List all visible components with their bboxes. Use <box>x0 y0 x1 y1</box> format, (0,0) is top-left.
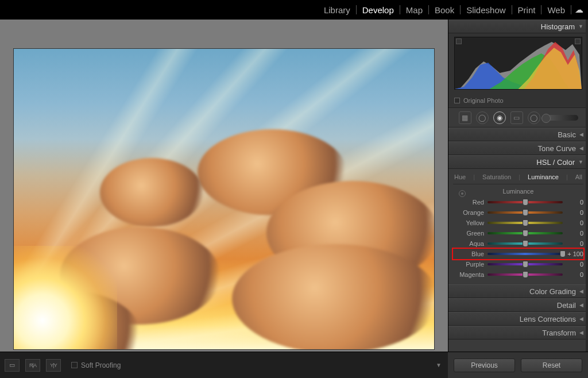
module-picker: Library Develop Map Book Slideshow Print… <box>0 0 588 20</box>
previous-button[interactable]: Previous <box>454 358 515 372</box>
panel-header-tonecurve[interactable]: Tone Curve ◀ <box>448 141 588 155</box>
toolbar-menu-button[interactable]: ▼ <box>434 361 443 370</box>
chevron-left-icon: ◀ <box>579 132 583 137</box>
develop-right-panel: Histogram ▼ Original Photo ▦ ◯ ◉ ▭ ◯ <box>448 20 588 378</box>
slider-value[interactable]: 0 <box>566 199 583 206</box>
soft-proofing-label: Soft Proofing <box>81 361 121 369</box>
hsl-sliders: Red0Orange0Yellow0Green0Aqua0Blue+ 100Pu… <box>453 197 583 280</box>
chevron-left-icon: ◀ <box>579 316 583 322</box>
hsl-tab-saturation[interactable]: Saturation <box>482 173 511 180</box>
slider-row-purple: Purple0 <box>453 259 583 269</box>
panel-title: Detail <box>557 301 576 310</box>
masking-tool[interactable]: ▭ <box>510 111 523 124</box>
slider-track-magenta[interactable] <box>488 273 563 276</box>
panel-title: Lens Corrections <box>520 315 576 323</box>
checkbox-icon[interactable] <box>71 362 78 368</box>
nav-sep <box>571 5 571 14</box>
slider-knob[interactable] <box>523 209 528 216</box>
slider-label: Blue <box>453 250 484 257</box>
slider-track-blue[interactable] <box>488 253 563 255</box>
shadow-clip-indicator[interactable] <box>456 38 462 44</box>
spot-removal-tool[interactable]: ◯ <box>476 111 489 124</box>
histogram-svg <box>455 37 582 89</box>
nav-web[interactable]: Web <box>541 0 571 20</box>
panel-header-detail[interactable]: Detail ◀ <box>448 298 588 312</box>
panel-header-histogram[interactable]: Histogram ▼ <box>448 20 588 33</box>
loupe-view-button[interactable]: ▭ <box>5 359 20 372</box>
slider-value[interactable]: + 100 <box>566 250 583 257</box>
histogram-canvas[interactable] <box>454 37 582 90</box>
nav-print[interactable]: Print <box>512 0 541 20</box>
slider-knob[interactable] <box>523 199 528 206</box>
panel-header-colorgrading[interactable]: Color Grading ◀ <box>448 284 588 298</box>
slider-track-purple[interactable] <box>488 263 563 265</box>
chevron-left-icon: ◀ <box>579 288 583 294</box>
slider-label: Aqua <box>453 240 484 247</box>
slider-label: Yellow <box>453 219 484 226</box>
slider-knob[interactable] <box>523 219 528 226</box>
slider-value[interactable]: 0 <box>566 230 583 237</box>
slider-row-orange: Orange0 <box>453 207 583 218</box>
slider-label: Magenta <box>453 271 484 278</box>
panel-title: Basic <box>558 130 576 139</box>
hsl-tab-all[interactable]: All <box>575 173 582 180</box>
slider-value[interactable]: 0 <box>566 271 583 278</box>
panel-header-lens[interactable]: Lens Corrections ◀ <box>448 312 588 326</box>
slider-knob[interactable] <box>560 250 566 257</box>
highlight-clip-indicator[interactable] <box>575 38 581 44</box>
hsl-tab-hue[interactable]: Hue <box>454 173 466 180</box>
slider-knob[interactable] <box>523 240 528 247</box>
panel-title: Tone Curve <box>538 144 576 153</box>
hsl-tab-luminance[interactable]: Luminance <box>528 173 559 180</box>
chevron-down-icon: ▼ <box>578 159 583 165</box>
nav-library[interactable]: Library <box>318 0 356 20</box>
crop-tool[interactable]: ▦ <box>459 111 471 124</box>
nav-develop[interactable]: Develop <box>357 0 400 20</box>
slider-track-yellow[interactable] <box>488 222 563 224</box>
panel-header-hsl[interactable]: HSL / Color ▼ <box>448 155 588 169</box>
reset-button[interactable]: Reset <box>521 358 582 372</box>
panel-title: Transform <box>542 329 576 337</box>
cloud <box>232 244 435 350</box>
slider-track-green[interactable] <box>488 232 563 234</box>
slider-knob[interactable] <box>523 230 528 237</box>
slider-track-red[interactable] <box>488 201 563 203</box>
slider-value[interactable]: 0 <box>566 219 583 226</box>
chevron-left-icon: ◀ <box>579 145 583 151</box>
sun-glow <box>13 246 117 350</box>
panel-scrollbar[interactable] <box>586 20 588 352</box>
slider-row-magenta: Magenta0 <box>453 269 583 280</box>
slider-value[interactable]: 0 <box>566 209 583 216</box>
photo[interactable] <box>13 48 435 350</box>
nav-map[interactable]: Map <box>400 0 428 20</box>
panel-header-basic[interactable]: Basic ◀ <box>448 128 588 141</box>
panel-title: Histogram <box>541 22 575 31</box>
chevron-left-icon: ◀ <box>579 302 583 308</box>
slider-track-orange[interactable] <box>488 211 563 214</box>
hsl-section-label: Luminance <box>453 188 583 195</box>
brush-size-slider[interactable] <box>545 115 578 121</box>
nav-slideshow[interactable]: Slideshow <box>461 0 511 20</box>
slider-track-aqua[interactable] <box>488 242 563 245</box>
panel-header-transform[interactable]: Transform ◀ <box>448 326 588 340</box>
slider-knob[interactable] <box>523 271 528 278</box>
slider-knob[interactable] <box>523 261 528 268</box>
cloud-sync-icon[interactable]: ☁ <box>575 5 583 15</box>
radial-tool[interactable]: ◯ <box>528 111 540 124</box>
redeye-tool[interactable]: ◉ <box>493 111 506 124</box>
chevron-down-icon: ▼ <box>578 24 583 29</box>
slider-value[interactable]: 0 <box>566 261 583 268</box>
original-photo-toggle[interactable]: Original Photo <box>454 97 504 104</box>
before-after-lr-button[interactable]: R|A <box>25 359 40 372</box>
checkbox-icon[interactable] <box>454 98 460 103</box>
histogram-panel: Original Photo <box>448 33 588 108</box>
slider-value[interactable]: 0 <box>566 240 583 247</box>
slider-row-red: Red0 <box>453 197 583 207</box>
nav-book[interactable]: Book <box>429 0 460 20</box>
targeted-adjustment-tool[interactable] <box>459 190 466 197</box>
panel-title: HSL / Color <box>536 158 575 167</box>
soft-proofing-toggle[interactable]: Soft Proofing <box>71 361 121 369</box>
slider-label: Purple <box>453 261 484 268</box>
hsl-panel: Hue | Saturation | Luminance | All Lumin… <box>448 169 588 284</box>
before-after-tb-button[interactable]: Y|Y <box>46 359 61 372</box>
